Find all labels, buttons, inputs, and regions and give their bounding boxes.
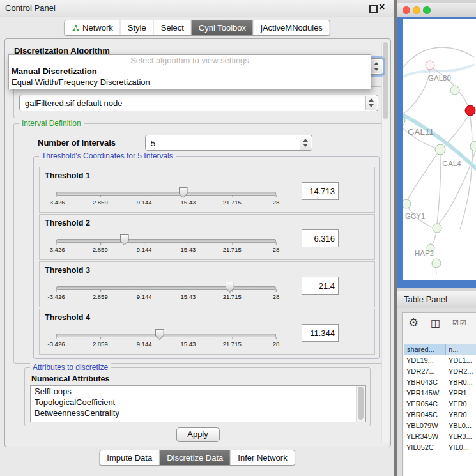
table-panel-body: ⚙ ◫ ☑☑ shared... n... YDL19... YDL1... Y… [397,308,476,476]
column-header-name[interactable]: n... [446,344,476,355]
tab-label: Impute Data [107,453,152,463]
numerical-attributes-list[interactable]: SelfLoops TopologicalCoefficient Between… [30,385,366,422]
threshold-slider-3[interactable]: -3.426 2.859 9.144 15.43 21.715 28 [56,281,276,302]
table-cell[interactable]: YER0... [446,399,476,410]
table-cell[interactable]: YDR27... [404,366,446,377]
threshold-label: Threshold 3 [45,266,90,275]
network-node-selected[interactable] [465,105,475,116]
slider-track[interactable] [56,192,276,196]
gear-icon[interactable]: ⚙ [408,316,418,330]
attributes-group-label: Attributes to discretize [30,363,111,372]
threshold-slider-4[interactable]: -3.426 2.859 9.144 15.43 21.715 28 [56,328,276,349]
tab-style[interactable]: Style [121,20,154,35]
float-window-icon[interactable] [369,5,378,13]
apply-button[interactable]: Apply [176,427,220,442]
slider-thumb[interactable] [179,187,188,198]
slider-thumb[interactable] [155,329,164,340]
table-cell[interactable]: YBL079W [404,420,446,431]
column-header-shared-name[interactable]: shared... [404,344,446,355]
tab-jactivemnodules[interactable]: jActiveMNodules [254,20,330,35]
table-row[interactable]: YIL052C YIL0... [404,442,476,453]
table-cell[interactable]: YLR345W [404,431,446,442]
table-cell[interactable]: YER054C [404,399,446,410]
tab-infer-network[interactable]: Infer Network [231,450,294,465]
slider-track[interactable] [56,286,276,290]
table-row[interactable]: YBL079W YBL0... [404,420,476,431]
threshold-label: Threshold 1 [45,171,90,180]
table-row[interactable]: YER054C YER0... [404,399,476,410]
network-node[interactable] [426,61,434,70]
combobox-stepper[interactable] [365,96,377,110]
close-traffic-light[interactable] [403,6,410,14]
table-row[interactable]: YBR045C YBR0... [404,410,476,420]
network-view-window: GAL80 GAL11 GAL4 GCY1 HAP2 [397,3,476,288]
table-cell[interactable]: YPR145W [404,388,446,399]
table-row[interactable]: YDL19... YDL1... [404,355,476,366]
table-cell[interactable]: YIL0... [446,442,476,453]
slider-track[interactable] [56,334,276,337]
cyni-toolbox-panel: Discretization Algorithm Select algorith… [4,38,391,447]
tab-network[interactable]: Network [65,20,121,35]
tab-cyni-toolbox[interactable]: Cyni Toolbox [192,20,254,35]
zoom-traffic-light[interactable] [423,6,431,14]
network-window-frame: GAL80 GAL11 GAL4 GCY1 HAP2 [397,17,476,288]
network-node[interactable] [435,144,445,155]
table-data-combobox[interactable]: galFiltered.sif default node [19,95,378,111]
list-item[interactable]: SelfLoops [31,386,365,397]
list-scrollbar[interactable] [356,386,365,422]
table-cell[interactable]: YIL052C [404,442,446,453]
list-item[interactable]: TopologicalCoefficient [31,397,365,408]
tab-discretize-data[interactable]: Discretize Data [160,450,231,465]
network-nodes [403,61,476,268]
top-tab-bar: Network Style Select Cyni Toolbox jActiv… [64,20,330,36]
table-row[interactable]: YBR043C YBR0... [404,377,476,388]
close-icon[interactable]: × [379,1,385,13]
columns-icon[interactable]: ◫ [431,317,440,329]
threshold-panel-2: Threshold 2 -3.426 2.859 9.144 15.43 21.… [39,214,375,260]
table-cell[interactable]: YBL0... [446,420,476,431]
table-panel-inner: ⚙ ◫ ☑☑ shared... n... YDL19... YDL1... Y… [402,312,476,476]
panel-scrollbar[interactable] [381,41,389,443]
tab-impute-data[interactable]: Impute Data [100,450,160,465]
number-of-intervals-combobox[interactable]: 5 [145,135,312,151]
table-cell[interactable]: YPR1... [446,388,476,399]
threshold-slider-2[interactable]: -3.426 2.859 9.144 15.43 21.715 28 [56,234,276,254]
threshold-value-field-2[interactable]: 6.316 [302,229,339,247]
table-row[interactable]: YDR27... YDR2... [404,366,476,377]
combobox-stepper[interactable] [300,136,311,150]
window-title: Control Panel [5,3,56,13]
network-canvas[interactable]: GAL80 GAL11 GAL4 GCY1 HAP2 [403,19,476,280]
combobox-stepper[interactable] [371,59,382,73]
table-cell[interactable]: YBR045C [404,410,446,420]
slider-thumb[interactable] [120,234,129,245]
table-cell[interactable]: YDR2... [446,366,476,377]
dropdown-option-manual[interactable]: Manual Discretization [9,66,371,77]
table-cell[interactable]: YDL1... [446,355,476,366]
table-row[interactable]: YPR145W YPR1... [404,388,476,399]
threshold-value-field-3[interactable]: 21.4 [302,277,339,295]
threshold-panel-4: Threshold 4 -3.426 2.859 9.144 15.43 21.… [39,309,375,355]
threshold-value-field-1[interactable]: 14.713 [302,182,339,200]
table-cell[interactable]: YDL19... [404,355,446,366]
network-node[interactable] [432,259,441,268]
list-item[interactable]: BetweennessCentrality [31,408,365,418]
table-row[interactable]: YLR345W YLR3... [404,431,476,442]
node-table: shared... n... YDL19... YDL1... YDR27...… [404,344,476,476]
slider-track[interactable] [56,239,276,243]
table-cell[interactable]: YBR043C [404,377,446,388]
select-columns-icon[interactable]: ☑☑ [452,319,468,327]
network-node[interactable] [450,86,459,95]
tab-select[interactable]: Select [154,20,192,35]
table-cell[interactable]: YBR0... [446,410,476,420]
network-node[interactable] [433,224,441,233]
threshold-slider-1[interactable]: -3.426 2.859 9.144 15.43 21.715 28 [56,187,276,207]
network-node[interactable] [403,199,411,208]
threshold-value-field-4[interactable]: 11.344 [302,324,339,342]
dropdown-option-equal-width[interactable]: Equal Width/Frequency Discretization [9,77,371,88]
table-cell[interactable]: YBR0... [446,377,476,388]
network-node[interactable] [470,141,476,151]
slider-thumb[interactable] [226,282,234,293]
interval-definition-group-label: Interval Definition [19,119,84,128]
minimize-traffic-light[interactable] [413,6,420,14]
table-cell[interactable]: YLR3... [446,431,476,442]
